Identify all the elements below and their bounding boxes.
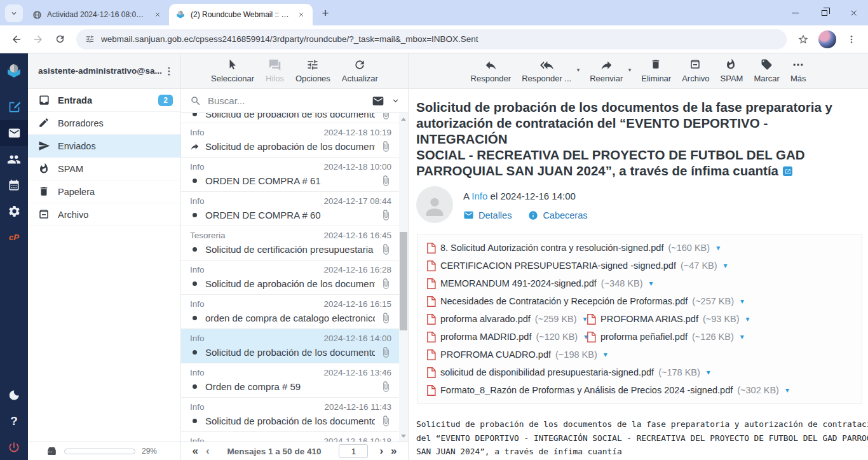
contacts-button[interactable] (0, 146, 28, 172)
folder-item-archivo[interactable]: Archivo (28, 203, 180, 226)
seleccionar-button[interactable]: Seleccionar (211, 58, 254, 83)
recipient-link[interactable]: Info (471, 191, 487, 201)
bookmark-button[interactable] (793, 29, 813, 50)
m-s-button[interactable]: Más (790, 58, 806, 83)
help-button[interactable]: ? (0, 408, 28, 434)
eliminar-button[interactable]: Eliminar (641, 58, 671, 83)
attachment-menu-caret-icon[interactable]: ▾ (649, 279, 653, 288)
attachment-item[interactable]: Formato_8_Razón de Proformas y Análisis … (426, 385, 789, 396)
attachment-item[interactable]: PROFROMA CUADRO.pdf (~198 KB) ▾ (426, 349, 607, 360)
folder-item-borradores[interactable]: Borradores (28, 112, 180, 135)
attachment-menu-caret-icon[interactable]: ▾ (604, 350, 607, 359)
list-scrollbar[interactable] (399, 113, 408, 442)
first-page-button[interactable]: « (192, 445, 198, 457)
dropdown-caret-icon[interactable]: ▾ (628, 67, 632, 73)
attachment-item[interactable]: PROFORMA ARIAS.pdf (~93 KB) ▾ (587, 314, 750, 325)
page-number-input[interactable]: 1 (339, 444, 368, 458)
calendar-button[interactable] (0, 172, 28, 198)
message-list-item[interactable]: Info 2024-12-16 14:00 Solicitud de proba… (181, 329, 399, 363)
attachment-item[interactable]: 8. Solicitud Autorización contra y resol… (426, 243, 720, 254)
account-menu-button[interactable]: ⋮ (163, 69, 175, 72)
folder-item-entrada[interactable]: Entrada 2 (28, 89, 180, 112)
attachment-item[interactable]: proforma MADRID.pdf (~120 KB) ▾ (426, 332, 587, 342)
unread-marker[interactable] (190, 113, 200, 116)
next-page-button[interactable]: › (379, 445, 383, 457)
tab-close-icon[interactable] (153, 10, 163, 20)
restore-button[interactable] (810, 0, 839, 25)
unread-marker[interactable] (190, 281, 200, 286)
message-list-item[interactable]: Info 2024-12-16 16:15 orden de compra de… (181, 295, 399, 329)
actualizar-button[interactable]: Actualizar (342, 58, 378, 83)
attachment-menu-caret-icon[interactable]: ▾ (740, 297, 744, 306)
minimize-button[interactable] (780, 0, 810, 25)
dropdown-caret-icon[interactable]: ▾ (577, 67, 580, 73)
reenviar-button[interactable]: Reenviar ▾ (590, 58, 623, 83)
browser-menu-button[interactable] (841, 29, 862, 50)
unread-marker[interactable] (190, 179, 200, 183)
scrollbar-thumb[interactable] (400, 232, 407, 330)
unread-marker[interactable] (190, 316, 200, 320)
attachment-menu-caret-icon[interactable]: ▾ (716, 243, 720, 252)
scroll-down-icon[interactable] (399, 431, 408, 440)
responder-button[interactable]: Responder ... ▾ (522, 58, 571, 83)
message-list-item[interactable]: Tesoreria 2024-12-16 16:45 Solicitud de … (181, 226, 399, 260)
tab-close-icon[interactable] (296, 10, 306, 20)
attachment-item[interactable]: MEMORANDUM 491-2024-signed.pdf (~348 KB)… (426, 278, 653, 289)
attachment-menu-caret-icon[interactable]: ▾ (724, 261, 728, 270)
message-list-item[interactable]: Info 2024-12-16 11:43 Solicitud de proba… (181, 398, 399, 432)
marcar-button[interactable]: Marcar (754, 58, 779, 83)
headers-toggle[interactable]: Cabeceras (528, 210, 587, 220)
attachment-item[interactable]: Necesidades de Contratación y Recepción … (426, 296, 744, 307)
opciones-button[interactable]: Opciones (295, 58, 330, 83)
spam-button[interactable]: SPAM (721, 58, 743, 83)
unread-marker[interactable] (190, 384, 200, 389)
archivo-button[interactable]: Archivo (682, 58, 709, 83)
browser-profile-avatar[interactable] (818, 30, 836, 48)
details-toggle[interactable]: Detalles (463, 210, 512, 220)
search-bar[interactable]: Buscar... (181, 89, 408, 113)
tab-search-button[interactable] (5, 4, 23, 22)
attachment-menu-caret-icon[interactable]: ▾ (740, 332, 744, 341)
address-bar[interactable]: webmail.sanjuan.gob.ec/cpsess2416859914/… (76, 29, 787, 50)
browser-tab-activity[interactable]: Actividad 2024-12-16 08:00:00 (25, 4, 169, 25)
message-list-item[interactable]: Solicitud de probación de los documentos… (181, 113, 399, 123)
attachment-item[interactable]: CERTIFICACION PRESUPUESTARIA-signed -sig… (426, 260, 728, 271)
cpanel-button[interactable]: cP (0, 224, 28, 250)
unread-marker[interactable] (190, 350, 200, 355)
attachment-menu-caret-icon[interactable]: ▾ (707, 368, 710, 377)
back-button[interactable] (6, 29, 27, 50)
unread-marker[interactable] (190, 247, 200, 252)
last-page-button[interactable]: » (391, 445, 397, 457)
forwarded-icon[interactable] (190, 142, 200, 151)
message-list-item[interactable]: Info 2024-12-17 08:44 ORDEN DE COMPRA # … (181, 192, 399, 226)
folder-item-enviados[interactable]: Enviados (28, 135, 180, 158)
mail-button[interactable] (0, 120, 28, 146)
message-list-item[interactable]: Info 2024-12-16 13:46 Orden de compra # … (181, 363, 399, 398)
attachment-item[interactable]: proforma alvarado.pdf (~259 KB) ▾ (426, 314, 587, 325)
compose-button[interactable] (0, 94, 28, 120)
open-external-icon[interactable] (783, 166, 792, 176)
search-input[interactable]: Buscar... (208, 95, 365, 106)
message-list-item[interactable]: Info 2024-12-18 10:19 Solicitud de aprob… (181, 123, 399, 158)
message-list-item[interactable]: Info 2024-12-16 16:28 Solicitud de aprob… (181, 260, 399, 295)
close-button[interactable] (839, 0, 868, 25)
search-scope-icon[interactable] (372, 95, 384, 107)
attachment-item[interactable]: proforma peñafiel.pdf (~126 KB) ▾ (587, 332, 744, 342)
logout-button[interactable] (0, 434, 28, 460)
attachment-menu-caret-icon[interactable]: ▾ (785, 386, 789, 395)
unread-marker[interactable] (190, 419, 200, 423)
attachment-item[interactable]: solicitud de disponibilidad presupuestar… (426, 367, 710, 378)
dark-mode-button[interactable] (0, 382, 28, 408)
settings-button[interactable] (0, 198, 28, 224)
folder-item-papelera[interactable]: Papelera (28, 180, 180, 203)
folder-item-spam[interactable]: SPAM (28, 158, 180, 180)
message-list-item[interactable]: Info 2024-12-18 10:00 ORDEN DE COMPRA # … (181, 158, 399, 192)
search-options-chevron-icon[interactable] (391, 96, 400, 105)
unread-marker[interactable] (190, 213, 200, 217)
browser-tab-roundcube[interactable]: (2) Roundcube Webmail :: Envia (169, 4, 313, 25)
new-tab-button[interactable]: + (316, 4, 334, 22)
scroll-up-icon[interactable] (399, 114, 408, 123)
responder-button[interactable]: Responder (471, 58, 512, 83)
attachment-menu-caret-icon[interactable]: ▾ (746, 315, 750, 323)
message-list-item[interactable]: Info 2024-12-16 10:18 (181, 432, 399, 442)
